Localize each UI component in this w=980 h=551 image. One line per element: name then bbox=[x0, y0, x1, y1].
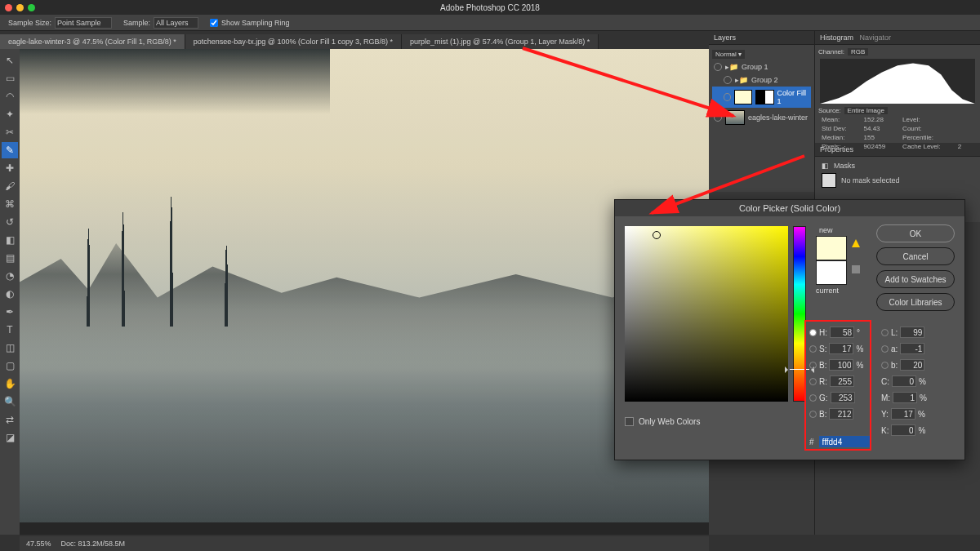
l-input[interactable] bbox=[900, 327, 924, 338]
close-window-icon[interactable] bbox=[5, 4, 12, 11]
blue-input[interactable] bbox=[829, 408, 853, 420]
fill-thumbnail-icon[interactable] bbox=[734, 90, 752, 104]
marquee-tool-icon[interactable]: ▭ bbox=[2, 70, 18, 87]
blur-tool-icon[interactable]: ◔ bbox=[2, 268, 18, 284]
move-tool-icon[interactable]: ↖ bbox=[2, 52, 18, 69]
gamut-warning-icon[interactable] bbox=[852, 239, 860, 247]
r-radio[interactable] bbox=[809, 378, 817, 385]
h-radio[interactable] bbox=[809, 329, 817, 336]
a-input[interactable] bbox=[900, 343, 924, 354]
blend-mode-dropdown[interactable]: Normal ▾ bbox=[712, 50, 745, 59]
color-field[interactable] bbox=[625, 226, 788, 402]
l-radio[interactable] bbox=[881, 329, 889, 336]
source-dropdown[interactable]: Entire Image bbox=[844, 107, 888, 114]
add-swatch-button[interactable]: Add to Swatches bbox=[876, 270, 955, 288]
s-radio[interactable] bbox=[809, 345, 817, 353]
r-input[interactable] bbox=[830, 375, 854, 387]
h-input[interactable] bbox=[830, 327, 854, 338]
c-input[interactable] bbox=[892, 375, 916, 387]
y-input[interactable] bbox=[891, 408, 915, 420]
sample-size-field: Sample Size: bbox=[8, 17, 112, 29]
layer-background[interactable]: eagles-lake-winter bbox=[712, 108, 811, 127]
visibility-toggle-icon[interactable] bbox=[724, 93, 731, 101]
stamp-tool-icon[interactable]: ⌘ bbox=[2, 196, 18, 212]
new-color-label: new bbox=[819, 226, 833, 234]
canvas[interactable] bbox=[20, 49, 709, 535]
layer-group-1[interactable]: ▸📁 Group 1 bbox=[712, 60, 811, 73]
websafe-warning-icon[interactable] bbox=[852, 265, 860, 273]
histogram-tab[interactable]: Histogram bbox=[820, 33, 853, 42]
eraser-tool-icon[interactable]: ◧ bbox=[2, 232, 18, 248]
s-input[interactable] bbox=[829, 343, 853, 354]
ok-button[interactable]: OK bbox=[876, 224, 955, 242]
show-ring-field[interactable]: Show Sampling Ring bbox=[210, 19, 290, 27]
tab-document-3[interactable]: purple_mist (1).jpg @ 57.4% (Group 1, La… bbox=[402, 34, 599, 49]
show-ring-checkbox[interactable] bbox=[210, 19, 218, 27]
zoom-value[interactable]: 47.55% bbox=[26, 540, 51, 548]
visibility-toggle-icon[interactable] bbox=[714, 113, 722, 122]
visibility-toggle-icon[interactable] bbox=[724, 76, 732, 84]
svg-marker-0 bbox=[820, 64, 975, 104]
minimize-window-icon[interactable] bbox=[16, 4, 24, 11]
shape-tool-icon[interactable]: ▢ bbox=[2, 358, 18, 374]
history-brush-tool-icon[interactable]: ↺ bbox=[2, 214, 18, 230]
dodge-tool-icon[interactable]: ◐ bbox=[2, 286, 18, 302]
layer-name: Group 2 bbox=[751, 76, 778, 84]
maximize-window-icon[interactable] bbox=[28, 4, 35, 11]
only-web-label: Only Web Colors bbox=[639, 417, 700, 426]
lab-b-radio[interactable] bbox=[881, 362, 889, 369]
folder-icon: ▸📁 bbox=[725, 63, 738, 71]
g-radio[interactable] bbox=[809, 394, 817, 402]
layers-panel-header[interactable]: Layers bbox=[709, 31, 814, 45]
pen-tool-icon[interactable]: ✒ bbox=[2, 304, 18, 320]
swap-colors-icon[interactable]: ⇄ bbox=[2, 411, 18, 428]
pct-unit: % bbox=[920, 393, 928, 402]
tab-document-2[interactable]: potchensee-bay-tx.jpg @ 100% (Color Fill… bbox=[185, 34, 402, 49]
hex-input[interactable] bbox=[818, 435, 871, 448]
histogram-panel: Channel: RGB Source: Entire Image Mean:1… bbox=[815, 45, 980, 143]
brush-tool-icon[interactable]: 🖌 bbox=[2, 178, 18, 194]
b-radio[interactable] bbox=[809, 362, 817, 369]
crop-tool-icon[interactable]: ✂ bbox=[2, 124, 18, 140]
lab-b-input[interactable] bbox=[900, 359, 924, 371]
k-input[interactable] bbox=[891, 424, 915, 436]
lasso-tool-icon[interactable]: ◠ bbox=[2, 88, 18, 104]
g-input[interactable] bbox=[831, 392, 855, 403]
navigator-tab[interactable]: Navigator bbox=[860, 33, 892, 42]
only-web-checkbox[interactable] bbox=[625, 417, 634, 426]
histogram-graph bbox=[820, 59, 975, 104]
m-input[interactable] bbox=[893, 392, 917, 403]
heal-tool-icon[interactable]: ✚ bbox=[2, 160, 18, 176]
sample-dropdown[interactable] bbox=[154, 17, 198, 29]
layer-name: eagles-lake-winter bbox=[748, 113, 808, 122]
brightness-input[interactable] bbox=[829, 359, 853, 371]
histogram-panel-header[interactable]: Histogram Navigator bbox=[815, 31, 980, 45]
sample-size-dropdown[interactable] bbox=[55, 17, 112, 29]
cancel-button[interactable]: Cancel bbox=[876, 247, 955, 265]
visibility-toggle-icon[interactable] bbox=[714, 63, 722, 71]
bb-radio[interactable] bbox=[809, 411, 817, 418]
a-radio[interactable] bbox=[881, 345, 889, 353]
bb-label: B: bbox=[819, 410, 826, 419]
channel-dropdown[interactable]: RGB bbox=[848, 48, 868, 56]
type-tool-icon[interactable]: T bbox=[2, 322, 18, 338]
wand-tool-icon[interactable]: ✦ bbox=[2, 106, 18, 122]
new-color-swatch bbox=[816, 236, 847, 260]
color-picker-dialog[interactable]: Color Picker (Solid Color) new current O… bbox=[614, 199, 965, 460]
path-tool-icon[interactable]: ◫ bbox=[2, 340, 18, 356]
color-field-indicator-icon[interactable] bbox=[653, 231, 661, 239]
hue-indicator-icon[interactable] bbox=[790, 369, 809, 370]
layer-color-fill[interactable]: Color Fill 1 bbox=[712, 87, 811, 108]
gradient-tool-icon[interactable]: ▤ bbox=[2, 250, 18, 266]
zoom-tool-icon[interactable]: 🔍 bbox=[2, 393, 18, 410]
foreground-swatch-icon[interactable]: ◪ bbox=[2, 429, 18, 446]
only-web-colors[interactable]: Only Web Colors bbox=[625, 417, 700, 426]
eyedropper-tool-icon[interactable]: ✎ bbox=[2, 142, 18, 158]
mask-thumbnail-icon[interactable] bbox=[755, 90, 773, 104]
tab-document-1[interactable]: eagle-lake-winter-3 @ 47.5% (Color Fill … bbox=[0, 34, 185, 49]
layer-group-2[interactable]: ▸📁 Group 2 bbox=[712, 73, 811, 87]
hand-tool-icon[interactable]: ✋ bbox=[2, 375, 18, 392]
r-label: R: bbox=[819, 377, 827, 386]
hue-slider[interactable] bbox=[793, 226, 806, 402]
color-libraries-button[interactable]: Color Libraries bbox=[876, 293, 955, 311]
